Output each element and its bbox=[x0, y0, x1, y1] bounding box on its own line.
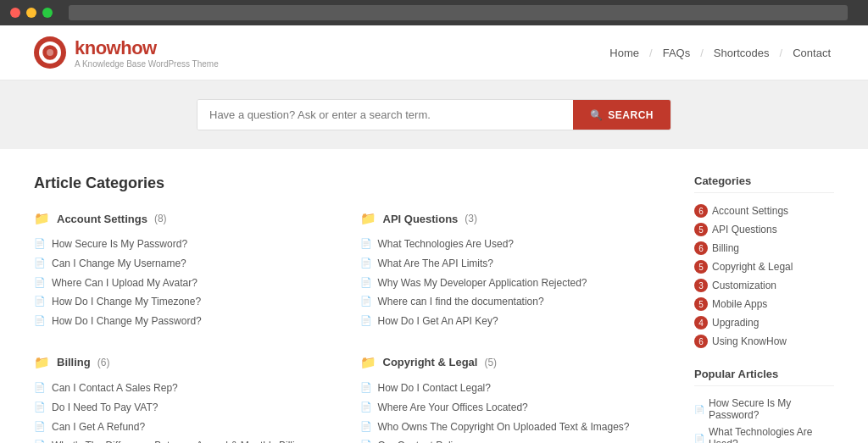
doc-icon: 📄 bbox=[34, 257, 46, 269]
nav-home[interactable]: Home bbox=[606, 47, 643, 59]
article-link[interactable]: How Do I Contact Legal? bbox=[378, 381, 491, 396]
sidebar-link-using[interactable]: 6Using KnowHow bbox=[694, 335, 834, 348]
doc-icon: 📄 bbox=[694, 405, 704, 414]
search-input[interactable] bbox=[198, 100, 573, 130]
sidebar-label: Copyright & Legal bbox=[712, 261, 793, 273]
doc-icon: 📄 bbox=[34, 277, 46, 288]
address-bar[interactable] bbox=[69, 5, 848, 20]
doc-icon: 📄 bbox=[360, 277, 372, 288]
category-copyright-legal: 📁 Copyright & Legal (5) 📄How Do I Contac… bbox=[360, 355, 670, 443]
sidebar-link-upgrading[interactable]: 4Upgrading bbox=[694, 316, 834, 329]
sidebar-link-api[interactable]: 5API Questions bbox=[694, 223, 834, 236]
nav-contact[interactable]: Contact bbox=[789, 47, 834, 59]
sidebar-label: Billing bbox=[712, 242, 739, 254]
article-link[interactable]: How Do I Change My Password? bbox=[52, 314, 202, 329]
search-section: 🔍 SEARCH bbox=[0, 80, 868, 149]
list-item: 📄Why Was My Developer Application Reject… bbox=[360, 274, 670, 293]
category-account-settings: 📁 Account Settings (8) 📄How Secure Is My… bbox=[34, 211, 343, 331]
sidebar-link-billing[interactable]: 6Billing bbox=[694, 241, 834, 255]
sidebar-categories-title: Categories bbox=[694, 174, 834, 193]
popular-link-0[interactable]: 📄How Secure Is My Password? bbox=[694, 397, 834, 421]
doc-icon: 📄 bbox=[360, 296, 372, 307]
close-dot[interactable] bbox=[10, 8, 20, 18]
sidebar-label: Using KnowHow bbox=[712, 335, 787, 347]
sidebar-item: 📄How Secure Is My Password? bbox=[694, 395, 834, 424]
badge: 3 bbox=[694, 279, 708, 292]
doc-icon: 📄 bbox=[360, 382, 372, 393]
article-link[interactable]: Can I Contact A Sales Rep? bbox=[52, 381, 178, 396]
nav-faqs[interactable]: FAQs bbox=[659, 47, 694, 59]
cat-title-account: 📁 Account Settings (8) bbox=[34, 211, 343, 226]
list-item: 📄How Secure Is My Password? bbox=[34, 235, 343, 254]
article-link[interactable]: Our Content Policy bbox=[378, 439, 464, 443]
badge: 6 bbox=[694, 241, 708, 255]
nav-shortcodes[interactable]: Shortcodes bbox=[710, 47, 773, 59]
article-link[interactable]: How Secure Is My Password? bbox=[52, 237, 187, 252]
sidebar-item: 6Using KnowHow bbox=[694, 332, 834, 351]
doc-icon: 📄 bbox=[34, 315, 46, 326]
article-link[interactable]: Where Are Your Offices Located? bbox=[378, 401, 528, 415]
window-chrome bbox=[0, 0, 868, 25]
doc-icon: 📄 bbox=[360, 421, 372, 432]
categories-grid: 📁 Account Settings (8) 📄How Secure Is My… bbox=[34, 211, 669, 443]
sidebar-link-copyright[interactable]: 5Copyright & Legal bbox=[694, 260, 834, 274]
article-link[interactable]: How Do I Get An API Key? bbox=[378, 314, 498, 329]
folder-icon: 📁 bbox=[34, 211, 50, 226]
search-button-label: SEARCH bbox=[608, 109, 654, 121]
svg-point-1 bbox=[47, 49, 53, 56]
badge: 5 bbox=[694, 297, 708, 311]
article-link[interactable]: Can I Get A Refund? bbox=[52, 420, 145, 435]
search-box: 🔍 SEARCH bbox=[197, 99, 671, 130]
cat-count-billing: (6) bbox=[97, 357, 110, 368]
sidebar-link-customization[interactable]: 3Customization bbox=[694, 279, 834, 292]
article-list-copyright: 📄How Do I Contact Legal? 📄Where Are Your… bbox=[360, 379, 670, 443]
sidebar-link-account[interactable]: 6Account Settings bbox=[694, 204, 834, 218]
logo: knowhow A Knowledge Base WordPress Theme bbox=[34, 36, 219, 69]
maximize-dot[interactable] bbox=[42, 8, 53, 18]
sidebar-categories-list: 6Account Settings 5API Questions 6Billin… bbox=[694, 202, 834, 351]
list-item: 📄What Technologies Are Used? bbox=[360, 235, 670, 254]
article-link[interactable]: How Do I Change My Timezone? bbox=[52, 295, 201, 309]
logo-text-how: how bbox=[120, 37, 157, 58]
article-link[interactable]: What's The Difference Between Annual & M… bbox=[52, 439, 306, 443]
list-item: 📄How Do I Change My Timezone? bbox=[34, 292, 343, 312]
sidebar-item: 📄What Technologies Are Used? bbox=[694, 424, 834, 443]
sidebar-item: 5Copyright & Legal bbox=[694, 257, 834, 276]
article-link[interactable]: Can I Change My Username? bbox=[52, 257, 186, 271]
logo-text-wrap: knowhow A Knowledge Base WordPress Theme bbox=[75, 37, 219, 69]
article-list-account: 📄How Secure Is My Password? 📄Can I Chang… bbox=[34, 235, 343, 331]
article-link[interactable]: What Technologies Are Used? bbox=[378, 237, 515, 252]
cat-count-api: (3) bbox=[465, 213, 477, 224]
sidebar-label: Account Settings bbox=[712, 205, 788, 217]
cat-name-account: Account Settings bbox=[57, 213, 147, 225]
article-link[interactable]: Do I Need To Pay VAT? bbox=[52, 401, 158, 415]
cat-title-api: 📁 API Questions (3) bbox=[360, 211, 670, 226]
list-item: 📄Where can I find the documentation? bbox=[360, 292, 670, 312]
doc-icon: 📄 bbox=[360, 257, 372, 269]
category-api-questions: 📁 API Questions (3) 📄What Technologies A… bbox=[360, 211, 670, 331]
article-link[interactable]: Where can I find the documentation? bbox=[378, 295, 544, 309]
doc-icon: 📄 bbox=[34, 421, 46, 432]
sidebar-label: Upgrading bbox=[712, 317, 759, 329]
logo-icon bbox=[34, 36, 66, 69]
svg-point-0 bbox=[42, 44, 58, 61]
search-button[interactable]: 🔍 SEARCH bbox=[573, 100, 670, 130]
folder-icon: 📁 bbox=[34, 355, 50, 370]
article-link[interactable]: Why Was My Developer Application Rejecte… bbox=[378, 276, 587, 291]
article-link[interactable]: What Are The API Limits? bbox=[378, 257, 494, 271]
cat-name-api: API Questions bbox=[383, 213, 459, 225]
sidebar-item: 5API Questions bbox=[694, 220, 834, 239]
doc-icon: 📄 bbox=[34, 238, 46, 249]
sidebar-popular-list: 📄How Secure Is My Password? 📄What Techno… bbox=[694, 395, 834, 443]
sidebar-link-mobile[interactable]: 5Mobile Apps bbox=[694, 297, 834, 311]
badge: 6 bbox=[694, 335, 708, 348]
popular-link-1[interactable]: 📄What Technologies Are Used? bbox=[694, 426, 834, 443]
sidebar: Categories 6Account Settings 5API Questi… bbox=[694, 174, 834, 443]
article-link[interactable]: Who Owns The Copyright On Uploaded Text … bbox=[378, 420, 630, 435]
article-link[interactable]: Where Can I Upload My Avatar? bbox=[52, 276, 198, 291]
list-item: 📄How Do I Contact Legal? bbox=[360, 379, 670, 398]
minimize-dot[interactable] bbox=[26, 8, 36, 18]
cat-name-billing: Billing bbox=[57, 356, 91, 368]
sidebar-label: API Questions bbox=[712, 224, 777, 235]
list-item: 📄Where Are Your Offices Located? bbox=[360, 398, 670, 418]
